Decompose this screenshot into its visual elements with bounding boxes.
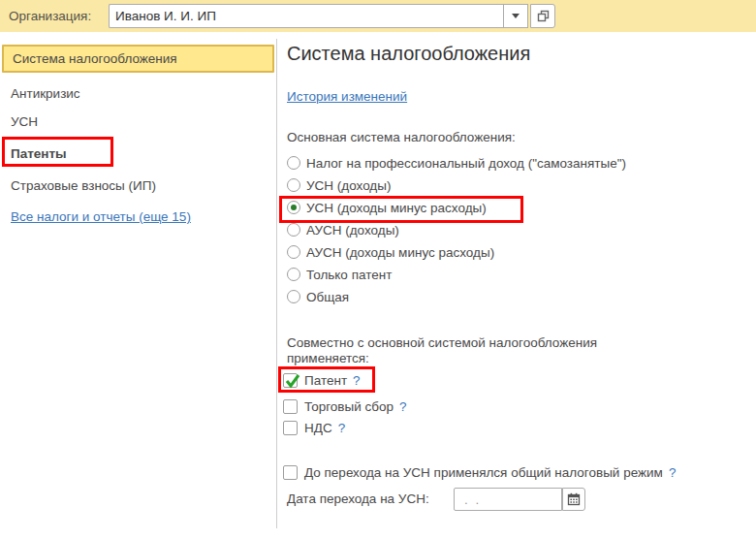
checkbox-trade-fee[interactable]: Торговый сбор ? — [283, 396, 407, 416]
radio-label: Налог на профессиональный доход ("самоза… — [306, 156, 626, 171]
page-title: Система налогообложения — [287, 43, 530, 65]
checkbox-label: Торговый сбор — [304, 399, 394, 414]
history-link[interactable]: История изменений — [287, 89, 407, 104]
checkbox-patent[interactable]: Патент ? — [283, 370, 361, 390]
radio-usn-income-minus-expenses[interactable]: УСН (доходы минус расходы) — [287, 197, 487, 218]
sidebar-item-all-taxes-link[interactable]: Все налоги и отчеты (еще 15) — [0, 205, 191, 228]
organization-label: Организация: — [9, 9, 91, 23]
radio-label: УСН (доходы) — [306, 178, 391, 193]
date-value: . . — [464, 492, 481, 507]
checkbox-icon — [283, 399, 298, 414]
checkbox-icon — [283, 465, 298, 480]
radio-icon-selected — [287, 201, 300, 214]
sidebar-link-label: Все налоги и отчеты (еще 15) — [11, 209, 191, 224]
radio-ausn-income[interactable]: АУСН (доходы) — [287, 219, 399, 240]
checkbox-general-regime-before-usn[interactable]: До перехода на УСН применялся общий нало… — [283, 462, 676, 482]
radio-icon — [287, 245, 300, 259]
sidebar-item-anticrisis[interactable]: Антикризис — [0, 81, 80, 105]
calendar-button[interactable] — [562, 488, 585, 511]
radio-label: УСН (доходы минус расходы) — [306, 201, 487, 215]
organization-toolbar: Организация: Иванов И. И. ИП — [0, 0, 756, 32]
help-icon[interactable]: ? — [669, 465, 677, 480]
sidebar-item-label: Страховые взносы (ИП) — [11, 178, 156, 193]
radio-general[interactable]: Общая — [287, 286, 349, 307]
checkbox-nds[interactable]: НДС ? — [283, 418, 345, 437]
sidebar-item-usn[interactable]: УСН — [0, 110, 38, 133]
radio-icon — [287, 290, 300, 303]
checkbox-icon — [283, 421, 298, 435]
help-icon[interactable]: ? — [399, 399, 407, 414]
primary-system-label: Основная система налогообложения: — [287, 130, 516, 144]
radio-professional-income[interactable]: Налог на профессиональный доход ("самоза… — [287, 152, 626, 174]
organization-value: Иванов И. И. ИП — [115, 9, 216, 23]
sidebar-item-label: Антикризис — [11, 86, 80, 101]
checkmark-icon — [284, 372, 301, 390]
organization-input[interactable]: Иванов И. И. ИП — [109, 4, 503, 28]
radio-usn-income[interactable]: УСН (доходы) — [287, 174, 391, 196]
checkbox-label: Патент — [304, 373, 347, 388]
organization-dropdown-button[interactable] — [503, 4, 528, 28]
sidebar-item-tax-system[interactable]: Система налогообложения — [2, 45, 274, 73]
checkbox-label: НДС — [304, 421, 332, 435]
secondary-system-label: Совместно с основной системой налогообло… — [287, 335, 641, 366]
checkbox-label: До перехода на УСН применялся общий нало… — [304, 465, 663, 480]
radio-ausn-income-minus-expenses[interactable]: АУСН (доходы минус расходы) — [287, 241, 494, 263]
sidebar-item-label: Система налогообложения — [13, 51, 177, 66]
usn-transition-date-input[interactable]: . . — [454, 488, 562, 511]
tax-settings-window: Организация: Иванов И. И. ИП Система нал… — [0, 0, 756, 539]
checkbox-icon-checked — [283, 373, 298, 388]
sidebar-item-insurance[interactable]: Страховые взносы (ИП) — [0, 174, 156, 197]
help-icon[interactable]: ? — [353, 373, 361, 388]
calendar-icon — [567, 492, 581, 506]
radio-patent-only[interactable]: Только патент — [287, 264, 392, 285]
sidebar-item-label: Патенты — [11, 146, 67, 161]
radio-icon — [287, 268, 300, 281]
sidebar-item-label: УСН — [11, 114, 38, 129]
usn-transition-date-label: Дата перехода на УСН: — [287, 491, 429, 506]
radio-label: Общая — [306, 290, 349, 304]
radio-icon — [287, 178, 300, 192]
help-icon[interactable]: ? — [338, 421, 346, 435]
radio-label: Только патент — [306, 268, 392, 282]
open-list-icon — [537, 10, 550, 22]
radio-icon — [287, 156, 300, 170]
sidebar-divider — [276, 39, 277, 528]
radio-label: АУСН (доходы) — [306, 223, 399, 238]
radio-icon — [287, 223, 300, 237]
sidebar-item-patents[interactable]: Патенты — [0, 142, 67, 165]
radio-label: АУСН (доходы минус расходы) — [306, 245, 494, 260]
organization-open-list-button[interactable] — [530, 4, 555, 28]
chevron-down-icon — [512, 14, 520, 18]
